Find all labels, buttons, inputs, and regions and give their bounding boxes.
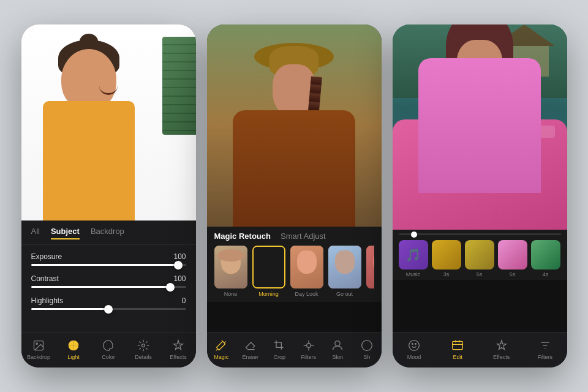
- contrast-slider-row: Contrast 100: [31, 274, 186, 288]
- clip-3-label: 5s: [510, 271, 516, 277]
- clip-music-label: Music: [406, 271, 421, 277]
- highlights-value: 0: [182, 296, 186, 305]
- nav-filters3[interactable]: Filters: [523, 339, 567, 360]
- nav-skin[interactable]: Skin: [323, 339, 353, 360]
- filter-goout[interactable]: Go out: [328, 246, 361, 297]
- smart-adjust-subtitle: Smart Adjust: [281, 232, 326, 241]
- clip-1[interactable]: 3s: [432, 240, 461, 277]
- mood-icon: [407, 339, 421, 352]
- clip-3[interactable]: 5s: [498, 240, 527, 277]
- svg-point-6: [409, 341, 420, 351]
- svg-point-8: [415, 344, 417, 345]
- screen1-sliders: Exposure 100 Contrast 100: [21, 245, 196, 332]
- magic-retouch-header: Magic Retouch Smart Adjust: [214, 232, 374, 241]
- nav-light[interactable]: Light: [56, 339, 91, 360]
- svg-point-4: [306, 344, 311, 348]
- clip-4-label: 4s: [543, 271, 549, 277]
- nav-magic-label: Magic: [214, 354, 228, 360]
- nav-crop-label: Crop: [273, 354, 285, 360]
- effects3-icon: [495, 339, 508, 352]
- filter-goout-label: Go out: [336, 291, 353, 297]
- eraser-icon: [244, 339, 257, 352]
- filter-daylook[interactable]: Day Look: [290, 246, 323, 297]
- screens-container: All Subject Backdrop Exposure 100 Contra…: [9, 12, 579, 380]
- filter-goout-img: [328, 246, 361, 288]
- clip-2-img: [465, 240, 494, 270]
- filter-daylook-label: Day Look: [295, 291, 318, 297]
- filters-icon: [302, 339, 315, 352]
- clip-2[interactable]: 5s: [465, 240, 494, 277]
- magic-retouch-title: Magic Retouch: [214, 232, 271, 241]
- nav-color[interactable]: Color: [91, 339, 126, 360]
- clip-3-img: [498, 240, 527, 270]
- woman3-body: [418, 58, 541, 193]
- filter-none[interactable]: None: [214, 246, 247, 297]
- clip-music[interactable]: 🎵 Music: [399, 240, 428, 277]
- filter-none-img: [214, 246, 247, 288]
- clip-1-label: 3s: [443, 271, 450, 277]
- exposure-value: 100: [173, 252, 186, 261]
- edit-icon: [451, 339, 464, 352]
- nav-edit-label: Edit: [453, 354, 463, 360]
- nav-edit[interactable]: Edit: [436, 339, 480, 360]
- svg-point-3: [142, 344, 145, 347]
- highlights-slider-row: Highlights 0: [31, 296, 186, 310]
- screen1: All Subject Backdrop Exposure 100 Contra…: [21, 24, 196, 368]
- filters3-icon: [538, 339, 552, 352]
- screen2-filter-section: Magic Retouch Smart Adjust None: [207, 227, 382, 302]
- filter-thumbnails: None Morning Day Look: [214, 246, 374, 300]
- highlights-label: Highlights: [31, 296, 64, 305]
- sh-icon: [360, 339, 374, 352]
- effects-icon: [172, 339, 185, 352]
- highlights-track[interactable]: [31, 308, 186, 310]
- screen3-photo: [393, 24, 567, 230]
- filter-morning-label: Morning: [258, 291, 279, 297]
- contrast-value: 100: [173, 274, 186, 283]
- nav-filters[interactable]: Filters: [294, 339, 323, 360]
- exposure-slider-row: Exposure 100: [31, 252, 186, 266]
- nav-effects3-label: Effects: [493, 354, 510, 360]
- filter-morning[interactable]: Morning: [252, 246, 285, 297]
- filter-glam-img: [366, 246, 374, 288]
- nav-sh-label: Sh: [363, 354, 370, 360]
- exposure-label: Exposure: [31, 252, 62, 261]
- light-icon: [67, 339, 80, 352]
- tab-subject[interactable]: Subject: [51, 227, 80, 239]
- screen3-filter-section: 🎵 Music 3s 5s: [393, 230, 567, 280]
- screen2-photo: [207, 24, 382, 227]
- timeline-bar[interactable]: [399, 233, 561, 235]
- skin-icon: [331, 339, 344, 352]
- tab-backdrop[interactable]: Backdrop: [91, 227, 124, 239]
- clip-4[interactable]: 4s: [531, 240, 560, 277]
- nav-details-label: Details: [135, 354, 152, 360]
- clip-1-img: [432, 240, 461, 270]
- nav-details[interactable]: Details: [126, 339, 161, 360]
- screen3-music-row: 🎵 Music 3s 5s: [399, 240, 561, 277]
- nav-mood[interactable]: Mood: [393, 339, 436, 360]
- nav-backdrop[interactable]: Backdrop: [21, 339, 56, 360]
- nav-eraser[interactable]: Eraser: [236, 339, 265, 360]
- nav-sh[interactable]: Sh: [352, 339, 382, 360]
- exposure-track[interactable]: [31, 264, 186, 266]
- svg-point-5: [335, 341, 340, 346]
- contrast-track[interactable]: [31, 286, 186, 288]
- nav-light-label: Light: [67, 354, 80, 360]
- tab-all[interactable]: All: [31, 227, 40, 239]
- filter-glam[interactable]: Glam: [366, 246, 374, 297]
- nav-filters2-label: Filters: [301, 354, 317, 360]
- screen1-photo: [21, 24, 196, 221]
- person-silhouette: [31, 49, 153, 221]
- nav-effects[interactable]: Effects: [161, 339, 196, 360]
- clip-4-img: [531, 240, 560, 270]
- nav-color-label: Color: [102, 354, 115, 360]
- nav-crop[interactable]: Crop: [265, 339, 295, 360]
- nav-effects3[interactable]: Effects: [480, 339, 523, 360]
- nav-skin-label: Skin: [332, 354, 343, 360]
- nav-magic[interactable]: Magic: [207, 339, 236, 360]
- details-icon: [137, 339, 150, 352]
- screen3-bottom-nav: Mood Edit Effects Filters: [393, 332, 567, 368]
- svg-point-1: [36, 343, 38, 345]
- clip-music-img: 🎵: [399, 240, 428, 270]
- screen1-tabs: All Subject Backdrop: [21, 221, 196, 245]
- color-icon: [102, 339, 115, 352]
